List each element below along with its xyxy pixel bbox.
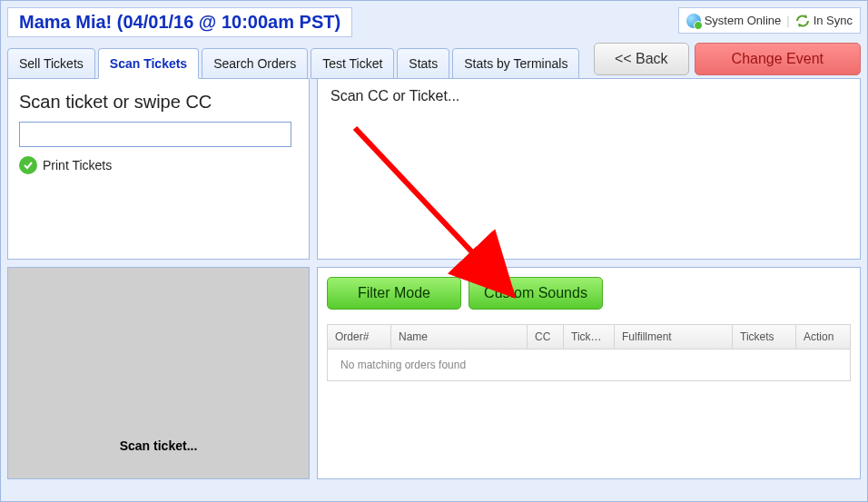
sync-icon <box>795 14 810 28</box>
status-online: System Online <box>686 14 782 28</box>
tab-stats[interactable]: Stats <box>397 48 449 79</box>
print-tickets-label: Print Tickets <box>43 158 112 172</box>
status-online-label: System Online <box>705 14 782 27</box>
tab-stats-terminals[interactable]: Stats by Terminals <box>452 48 579 79</box>
scan-message: Scan CC or Ticket... <box>318 79 860 113</box>
col-name[interactable]: Name <box>391 325 528 349</box>
orders-empty-text: No matching orders found <box>328 349 850 380</box>
orders-table: Order# Name CC Ticket... Fulfillment Tic… <box>327 324 851 381</box>
status-separator: | <box>786 14 789 27</box>
scan-input-panel: Scan ticket or swipe CC Print Tickets <box>7 78 310 260</box>
status-sync-label: In Sync <box>814 14 853 27</box>
scan-preview-panel: Scan ticket... <box>7 267 310 479</box>
scan-input[interactable] <box>19 122 291 147</box>
tab-test-ticket[interactable]: Test Ticket <box>311 48 394 79</box>
tab-strip: Sell Tickets Scan Tickets Search Orders … <box>7 47 579 78</box>
back-button[interactable]: << Back <box>594 43 689 75</box>
col-tickets[interactable]: Tickets <box>733 325 796 349</box>
status-sync: In Sync <box>795 14 853 28</box>
event-title: Mama Mia! (04/01/16 @ 10:00am PST) <box>7 7 352 37</box>
status-bar: System Online | In Sync <box>678 7 861 34</box>
col-ticket-type[interactable]: Ticket... <box>564 325 615 349</box>
orders-table-header: Order# Name CC Ticket... Fulfillment Tic… <box>328 325 850 349</box>
check-icon <box>19 156 37 174</box>
tab-search-orders[interactable]: Search Orders <box>202 48 308 79</box>
col-order[interactable]: Order# <box>328 325 391 349</box>
scan-message-panel: Scan CC or Ticket... <box>317 78 861 260</box>
orders-panel: Filter Mode Custom Sounds Order# Name CC… <box>317 267 861 479</box>
tab-sell-tickets[interactable]: Sell Tickets <box>7 48 95 79</box>
change-event-button[interactable]: Change Event <box>695 43 861 75</box>
col-cc[interactable]: CC <box>528 325 564 349</box>
scan-heading: Scan ticket or swipe CC <box>19 92 298 113</box>
print-tickets-toggle[interactable]: Print Tickets <box>19 156 298 174</box>
col-action[interactable]: Action <box>796 325 850 349</box>
custom-sounds-button[interactable]: Custom Sounds <box>469 277 603 310</box>
globe-online-icon <box>686 14 701 28</box>
col-fulfillment[interactable]: Fulfillment <box>615 325 733 349</box>
filter-mode-button[interactable]: Filter Mode <box>327 277 461 310</box>
scan-preview-text: Scan ticket... <box>120 438 198 453</box>
tab-scan-tickets[interactable]: Scan Tickets <box>98 48 199 79</box>
